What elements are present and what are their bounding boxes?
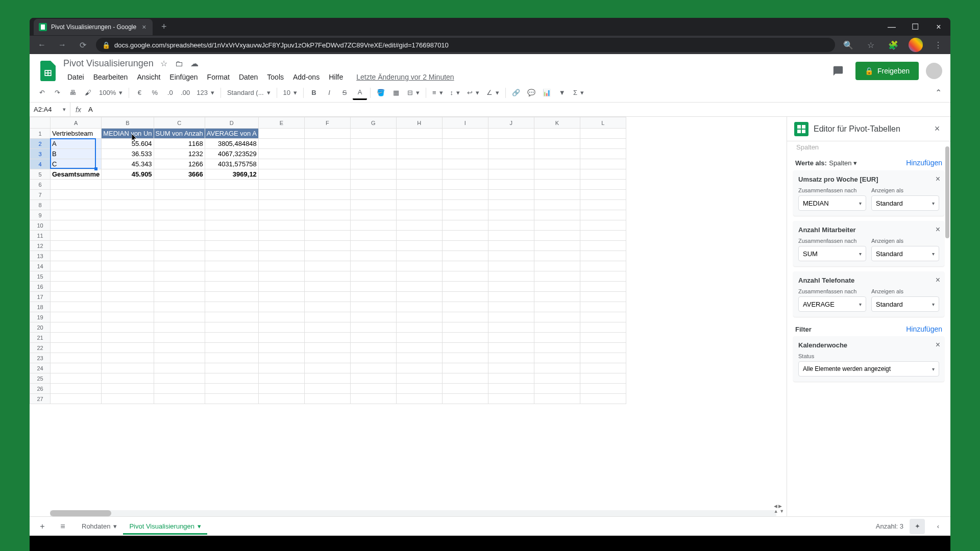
- row-header-1[interactable]: 1: [30, 129, 51, 139]
- cell-D6[interactable]: [205, 180, 258, 190]
- redo-button[interactable]: ↷: [50, 86, 64, 100]
- cell-C4[interactable]: 1266: [154, 159, 205, 169]
- borders-button[interactable]: ▦: [389, 86, 403, 100]
- menu-hilfe[interactable]: Hilfe: [325, 71, 347, 83]
- cell-C13[interactable]: [154, 251, 205, 261]
- undo-button[interactable]: ↶: [35, 86, 49, 100]
- cell-B8[interactable]: [102, 200, 154, 210]
- cell-H22[interactable]: [396, 343, 442, 353]
- address-bar[interactable]: 🔒 docs.google.com/spreadsheets/d/1nVxVrV…: [96, 38, 835, 52]
- cell-H3[interactable]: [396, 149, 442, 159]
- cell-D18[interactable]: [205, 302, 258, 312]
- cell-A16[interactable]: [51, 282, 102, 292]
- cell-I1[interactable]: [442, 129, 488, 139]
- cell-A5[interactable]: Gesamtsumme: [51, 169, 102, 180]
- close-panel-icon[interactable]: ×: [931, 123, 943, 135]
- cell-F21[interactable]: [304, 333, 350, 343]
- cell-K15[interactable]: [534, 271, 580, 282]
- cell-F23[interactable]: [304, 353, 350, 363]
- star-icon[interactable]: ☆: [864, 38, 878, 52]
- horizontal-scrollbar[interactable]: [50, 510, 776, 516]
- minimize-button[interactable]: —: [880, 18, 903, 36]
- cell-I5[interactable]: [442, 169, 488, 180]
- cell-E8[interactable]: [258, 200, 304, 210]
- row-header-4[interactable]: 4: [30, 159, 51, 169]
- cell-B25[interactable]: [102, 373, 154, 384]
- cell-C2[interactable]: 1168: [154, 139, 205, 149]
- cell-K25[interactable]: [534, 373, 580, 384]
- browser-tab[interactable]: Pivot Visualisierungen - Google ×: [34, 19, 153, 35]
- font-size-select[interactable]: 10▾: [280, 89, 300, 96]
- cell-L26[interactable]: [580, 384, 626, 394]
- cell-L9[interactable]: [580, 210, 626, 220]
- cell-L13[interactable]: [580, 251, 626, 261]
- selection-handle[interactable]: [94, 167, 97, 170]
- formula-input[interactable]: [86, 106, 950, 113]
- cell-C5[interactable]: 3666: [154, 169, 205, 180]
- cell-K22[interactable]: [534, 343, 580, 353]
- cell-A13[interactable]: [51, 251, 102, 261]
- cell-C11[interactable]: [154, 231, 205, 241]
- cell-E21[interactable]: [258, 333, 304, 343]
- cell-G17[interactable]: [350, 292, 396, 302]
- cell-G12[interactable]: [350, 241, 396, 251]
- cell-A4[interactable]: C: [51, 159, 102, 169]
- cell-K2[interactable]: [534, 139, 580, 149]
- cell-G3[interactable]: [350, 149, 396, 159]
- cell-I17[interactable]: [442, 292, 488, 302]
- forward-button[interactable]: →: [55, 38, 69, 52]
- last-edit-link[interactable]: Letzte Änderung vor 2 Minuten: [352, 71, 458, 83]
- cell-J22[interactable]: [488, 343, 534, 353]
- cell-J19[interactable]: [488, 312, 534, 322]
- cell-K13[interactable]: [534, 251, 580, 261]
- cell-I22[interactable]: [442, 343, 488, 353]
- cell-B17[interactable]: [102, 292, 154, 302]
- row-header-2[interactable]: 2: [30, 139, 51, 149]
- cell-B19[interactable]: [102, 312, 154, 322]
- cell-F14[interactable]: [304, 261, 350, 271]
- profile-avatar-icon[interactable]: [909, 38, 923, 52]
- col-header-L[interactable]: L: [580, 117, 626, 129]
- menu-datei[interactable]: Datei: [63, 71, 88, 83]
- cell-I7[interactable]: [442, 190, 488, 200]
- cell-J9[interactable]: [488, 210, 534, 220]
- cell-F17[interactable]: [304, 292, 350, 302]
- cell-L5[interactable]: [580, 169, 626, 180]
- cell-I6[interactable]: [442, 180, 488, 190]
- chrome-menu-icon[interactable]: ⋮: [931, 38, 945, 52]
- cell-J14[interactable]: [488, 261, 534, 271]
- doc-title[interactable]: Pivot Visualisierungen: [63, 58, 154, 69]
- cell-K7[interactable]: [534, 190, 580, 200]
- merge-button[interactable]: ⊟▾: [404, 89, 423, 96]
- link-button[interactable]: 🔗: [509, 86, 523, 100]
- cell-H6[interactable]: [396, 180, 442, 190]
- cell-B26[interactable]: [102, 384, 154, 394]
- cell-J15[interactable]: [488, 271, 534, 282]
- cell-H14[interactable]: [396, 261, 442, 271]
- close-tab-icon[interactable]: ×: [140, 23, 148, 31]
- menu-daten[interactable]: Daten: [235, 71, 262, 83]
- cell-D11[interactable]: [205, 231, 258, 241]
- cell-C1[interactable]: SUM von Anzah: [154, 129, 205, 139]
- cell-I13[interactable]: [442, 251, 488, 261]
- cell-K14[interactable]: [534, 261, 580, 271]
- cell-I21[interactable]: [442, 333, 488, 343]
- row-header-3[interactable]: 3: [30, 149, 51, 159]
- cloud-status-icon[interactable]: ☁: [189, 59, 200, 69]
- cell-B1[interactable]: MEDIAN von Un: [102, 129, 154, 139]
- cell-K18[interactable]: [534, 302, 580, 312]
- chart-button[interactable]: 📊: [540, 86, 554, 100]
- cell-F11[interactable]: [304, 231, 350, 241]
- value-card-0[interactable]: × Umsatz pro Woche [EUR] Zusammenfassen …: [793, 170, 944, 216]
- cell-H16[interactable]: [396, 282, 442, 292]
- cell-C26[interactable]: [154, 384, 205, 394]
- cell-C27[interactable]: [154, 394, 205, 404]
- cell-L20[interactable]: [580, 322, 626, 333]
- cell-L11[interactable]: [580, 231, 626, 241]
- percent-button[interactable]: %: [148, 86, 162, 100]
- number-format-select[interactable]: 123▾: [193, 89, 217, 96]
- cell-J8[interactable]: [488, 200, 534, 210]
- cell-I14[interactable]: [442, 261, 488, 271]
- row-header-8[interactable]: 8: [30, 200, 51, 210]
- cell-L18[interactable]: [580, 302, 626, 312]
